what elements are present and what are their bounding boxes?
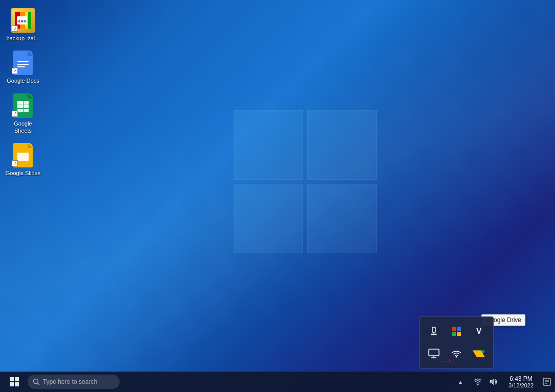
desktop-icon-google-docs[interactable]: ↗ Google Docs [3, 47, 43, 87]
usb-icon [429, 326, 439, 336]
svg-point-19 [34, 379, 38, 384]
svg-line-20 [38, 383, 40, 385]
desktop-icons-area: RAR ↗ backup_zal... [0, 0, 46, 185]
desktop-icon-winrar[interactable]: RAR ↗ backup_zal... [3, 5, 43, 45]
taskbar-search[interactable]: Type here to search [28, 375, 120, 389]
gdocs-lines [17, 61, 29, 67]
gdocs-line-3 [17, 66, 25, 67]
volume-icon [489, 378, 497, 386]
notification-icon [543, 378, 551, 386]
start-pane-1 [10, 377, 14, 381]
clock-date: 3/12/2022 [508, 382, 534, 388]
svg-point-18 [456, 356, 457, 358]
tray-popup-icon-windows-security[interactable] [446, 321, 467, 341]
taskbar-right: ▲ [453, 372, 555, 392]
start-pane-4 [15, 382, 19, 386]
system-tray-icons [468, 375, 503, 389]
windows-security-icon [451, 326, 461, 336]
notification-center-button[interactable] [539, 372, 555, 392]
gdocs-line-1 [17, 61, 29, 62]
gdocs-icon-img: ↗ [11, 51, 35, 75]
show-hidden-icons-button[interactable]: ▲ [453, 372, 468, 392]
clock[interactable]: 6:43 PM 3/12/2022 [503, 372, 539, 392]
red-arrow-indicator: → [437, 351, 455, 370]
gslides-icon-label: Google Slides [6, 169, 41, 177]
desktop-icon-google-slides[interactable]: ↗ Google Slides [3, 140, 43, 180]
gdocs-icon-label: Google Docs [7, 77, 39, 84]
gsheets-cell-3 [17, 105, 23, 109]
winrar-icon-label: backup_zal... [7, 35, 40, 42]
start-pane-3 [10, 382, 14, 386]
search-placeholder-text: Type here to search [43, 378, 97, 385]
svg-rect-3 [28, 12, 31, 29]
clock-time: 6:43 PM [510, 375, 533, 382]
start-pane-2 [15, 377, 19, 381]
windows-logo-watermark [234, 110, 377, 253]
taskbar: Type here to search ▲ [0, 372, 555, 392]
tray-popup-icon-google-drive[interactable] [469, 344, 489, 364]
wifi-icon [474, 378, 482, 386]
winrar-icon-img: RAR ↗ [11, 8, 35, 33]
svg-point-9 [431, 334, 433, 335]
svg-point-10 [435, 334, 437, 335]
system-tray-popup: V [419, 316, 494, 369]
tray-volume-icon[interactable] [486, 375, 500, 389]
start-button[interactable] [2, 372, 27, 392]
gsheets-icon-label: Google Sheets [5, 120, 41, 135]
gsheets-shortcut-arrow: ↗ [12, 111, 18, 117]
svg-text:RAR: RAR [17, 19, 27, 23]
svg-point-21 [477, 384, 479, 385]
gsheets-cell-1 [17, 101, 23, 105]
svg-rect-6 [432, 327, 435, 332]
tray-popup-icon-v[interactable]: V [469, 321, 489, 341]
desktop: RAR ↗ backup_zal... [0, 0, 555, 392]
search-icon [33, 378, 40, 385]
google-drive-icon [473, 348, 485, 359]
svg-rect-11 [452, 327, 456, 331]
gsheets-cell-4 [24, 105, 29, 109]
winrar-shortcut-arrow: ↗ [12, 26, 18, 32]
gslides-slide [17, 153, 29, 161]
gslides-shortcut-arrow: ↗ [12, 160, 18, 166]
svg-rect-13 [452, 332, 456, 336]
taskbar-left: Type here to search [0, 372, 120, 392]
chevron-up-icon: ▲ [458, 379, 463, 385]
svg-rect-12 [457, 327, 461, 331]
gsheets-icon-img: ↗ [11, 93, 35, 118]
tray-network-icon[interactable] [471, 375, 485, 389]
gslides-icon-img: ↗ [11, 143, 35, 167]
start-icon [10, 377, 19, 386]
gdocs-shortcut-arrow: ↗ [12, 68, 18, 74]
gdocs-line-2 [17, 64, 29, 65]
svg-rect-14 [457, 332, 461, 336]
gsheets-cell-6 [24, 109, 29, 112]
v-icon: V [476, 327, 482, 336]
gsheets-grid [17, 101, 29, 112]
desktop-icon-google-sheets[interactable]: ↗ Google Sheets [3, 90, 43, 138]
gsheets-cell-2 [24, 101, 29, 105]
tray-popup-icon-usb[interactable] [424, 321, 444, 341]
gsheets-cell-5 [17, 109, 23, 112]
